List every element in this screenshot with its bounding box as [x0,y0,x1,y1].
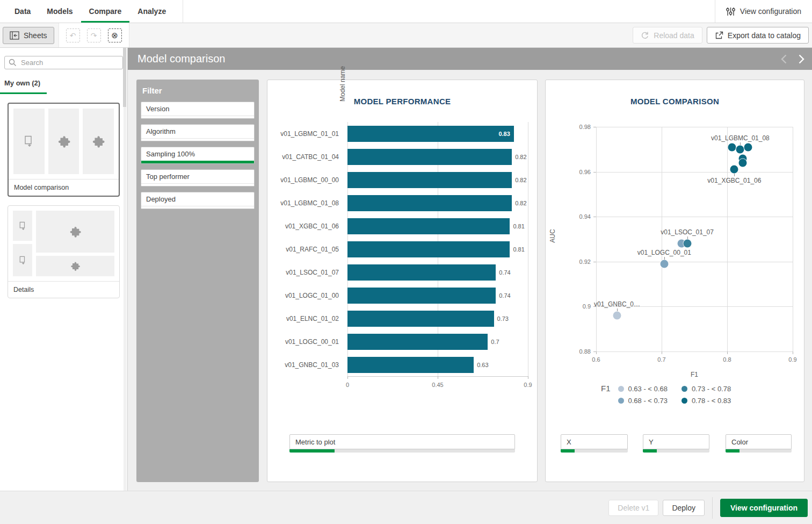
next-sheet-icon[interactable] [799,54,804,64]
x-axis-tick-label: 0.7 [657,356,665,363]
sheet-title: Model comparison [137,53,781,65]
bar-value-label: 0.7 [491,339,499,345]
scatter-point-label-tick [687,236,688,239]
filterpane-icon [24,135,34,147]
legend-item[interactable]: 0.78 - < 0.83 [682,394,731,406]
delete-v1-button: Delete v1 [608,500,658,516]
sheet-titlebar: Model comparison [128,48,812,70]
deploy-button[interactable]: Deploy [663,500,705,516]
filter-deployed[interactable]: Deployed [141,192,255,209]
bar-category-label: v01_LOGC_00_01 [267,331,343,354]
search-input[interactable] [4,56,123,69]
y-axis-tick-label: 0.96 [579,169,591,175]
scatter-gridline [596,172,793,173]
scatter-point[interactable] [736,145,744,153]
view-configuration-button[interactable]: View configuration [720,499,808,517]
scatter-point-label-tick [617,308,618,311]
bar[interactable] [347,218,510,234]
bar[interactable] [347,149,512,165]
clear-selections-icon[interactable]: ⊗ [108,28,122,42]
bar-value-label: 0.82 [515,177,526,183]
scatter-point[interactable] [660,260,668,268]
scatter-point-label: v01_LSOC_01_07 [661,228,714,236]
legend-dot-icon [618,398,624,404]
x-axis-tick [727,351,728,354]
y-axis-box[interactable]: Y [643,434,709,453]
bar[interactable] [347,241,510,257]
scatter-point[interactable] [739,159,747,167]
my-own-tab[interactable]: My own (2) [0,79,47,94]
bar-value-label: 0.81 [513,223,524,229]
tab-compare[interactable]: Compare [81,0,130,23]
nav-tabs: Data Models Compare Analyze [0,0,174,23]
bar-category-label: v01_LSOC_01_07 [267,261,343,284]
tab-data[interactable]: Data [6,0,39,23]
x-axis-box[interactable]: X [561,434,628,453]
metric-to-plot-label: Metric to plot [289,434,515,449]
x-axis-tick [793,351,793,354]
sheet-card-model-comparison[interactable]: Model comparison [8,103,120,197]
scatter-gridline [596,127,597,351]
view-configuration-nav-button[interactable]: View configuration [715,0,812,23]
sheet-card-title: Details [8,281,119,298]
bar[interactable] [347,311,494,327]
metric-to-plot-box[interactable]: Metric to plot [289,434,515,453]
sheet-card-details[interactable]: Details [8,205,120,298]
scatter-point[interactable] [730,166,738,174]
scatter-gridline [662,127,662,351]
legend-item[interactable]: 0.73 - < 0.78 [682,383,731,394]
legend-title: F1 [601,383,611,406]
scatter-point[interactable] [728,143,736,151]
scatter-point[interactable] [744,143,752,151]
filter-algorithm[interactable]: Algorithm [141,124,255,141]
legend-item[interactable]: 0.63 - < 0.68 [618,383,668,394]
previous-sheet-icon[interactable] [781,54,787,64]
scatter-gridline [727,127,728,351]
bar[interactable] [347,195,512,211]
tab-models[interactable]: Models [39,0,81,23]
filter-version[interactable]: Version [141,102,255,119]
bar[interactable] [347,264,496,281]
sheets-button[interactable]: Sheets [3,27,54,44]
color-box[interactable]: Color [726,434,792,453]
bar-rows: 0.830.820.820.820.810.810.740.740.730.70… [347,122,528,376]
x-axis-tick-label: 0.6 [592,356,600,363]
undo-selection-icon: ↶ [66,28,80,42]
bar[interactable] [347,172,512,188]
bar-category-label: v01_ELNC_01_02 [267,307,343,331]
bar-row: 0.74 [347,261,528,284]
x-axis-box-label: X [561,434,628,449]
sheet-card-title: Model comparison [9,179,119,196]
bar-value-label: 0.83 [498,126,510,142]
model-performance-chart-card: MODEL PERFORMANCE Model name v01_LGBMC_0… [267,80,538,482]
scatter-point-label: v01_GNBC_0… [594,300,640,308]
scatter-gridline [596,217,793,217]
bar[interactable] [347,288,496,304]
nav-divider [183,0,183,23]
legend-item[interactable]: 0.68 - < 0.73 [618,394,668,406]
export-data-button[interactable]: Export data to catalog [707,27,809,44]
view-configuration-nav-label: View configuration [740,7,801,16]
x-axis-tick-label: 0.9 [524,382,532,388]
export-data-label: Export data to catalog [728,31,801,40]
scatter-point[interactable] [613,312,621,320]
scatter-point-label: v01_LOGC_00_01 [637,249,691,256]
bar[interactable]: 0.83 [347,126,514,142]
bar-plot: 00.450.90.830.820.820.820.810.810.740.74… [347,122,528,377]
bar-row: 0.63 [347,353,528,376]
legend-dot-icon [618,386,624,392]
scatter-y-axis-label: AUC [549,169,556,303]
bar[interactable] [347,357,474,373]
bar[interactable] [347,334,488,350]
scatter-point[interactable] [683,240,691,248]
bar-value-label: 0.82 [515,154,526,160]
filter-top-performer[interactable]: Top performer [141,169,255,186]
filter-sampling[interactable]: Sampling 100% [141,147,255,164]
puzzle-icon [91,134,105,148]
bar-row: 0.83 [347,122,528,145]
tab-analyze[interactable]: Analyze [129,0,174,23]
x-axis-tick-label: 0.8 [723,356,731,363]
bar-value-label: 0.74 [499,292,510,299]
sidebar-scrollbar[interactable] [124,48,127,491]
export-icon [715,31,723,40]
